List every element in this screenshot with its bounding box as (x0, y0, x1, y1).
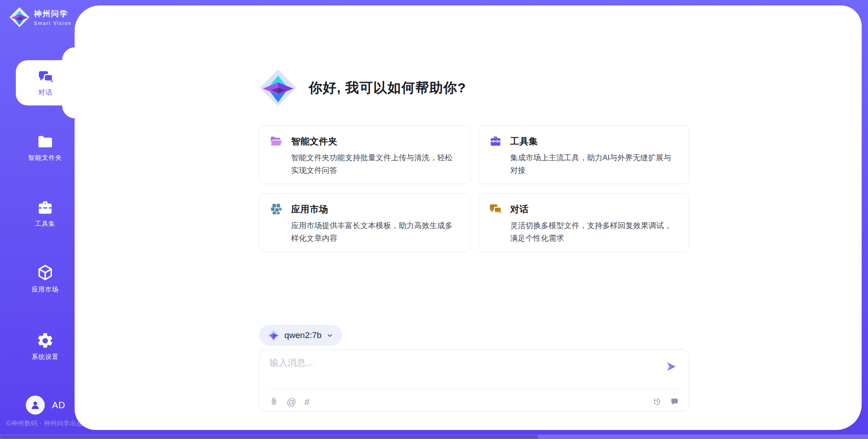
tab-curve-top (61, 47, 75, 60)
composer-divider (269, 389, 680, 389)
greeting-title: 你好, 我可以如何帮助你? (309, 79, 466, 97)
sidebar-item-label: 智能文件夹 (28, 154, 62, 162)
diamond-gem-icon (268, 329, 279, 341)
cube-icon (36, 263, 55, 282)
sidebar-item-smart-folder[interactable]: 智能文件夹 (16, 133, 75, 162)
brand-logo: 神州问学 Smart Vision (9, 7, 71, 28)
card-app-market[interactable]: 应用市场 应用市场提供丰富长文本模板，助力高效生成多样化文章内容 (259, 193, 471, 252)
chat-bubbles-icon (38, 69, 54, 85)
paperclip-icon[interactable] (269, 396, 278, 406)
feature-cards: 智能文件夹 智能文件夹功能支持批量文件上传与清洗，轻松实现文件问答 工具集 集成… (259, 125, 689, 252)
chat-bubbles-icon (489, 202, 502, 216)
avatar (26, 396, 45, 415)
composer-toolbar: @ # (269, 393, 679, 410)
card-description: 灵活切换多模型文件，支持多样回复效果调试，满足个性化需求 (510, 220, 679, 245)
brand-name-cn: 神州问学 (34, 9, 71, 19)
sidebar-item-settings[interactable]: 系统设置 (16, 332, 75, 361)
diamond-gem-icon (259, 69, 297, 107)
model-name: qwen2:7b (284, 330, 321, 340)
grid-icon (269, 202, 283, 216)
user-name: AD (52, 400, 66, 410)
briefcase-icon (36, 199, 54, 217)
main-content: 你好, 我可以如何帮助你? 智能文件夹 智能文件夹功能支持批量文件上传与清洗，轻… (259, 5, 689, 412)
sidebar: 神州问学 Smart Vision 对话 智能文件夹 工具集 (0, 0, 75, 439)
tab-curve-bottom (61, 105, 75, 119)
card-title: 应用市场 (291, 203, 328, 215)
card-title: 智能文件夹 (291, 135, 338, 148)
card-description: 应用市场提供丰富长文本模板，助力高效生成多样化文章内容 (291, 220, 459, 245)
send-arrow-icon[interactable] (665, 361, 677, 372)
horizontal-scrollbar[interactable] (0, 434, 868, 439)
card-description: 集成市场上主流工具，助力AI与外界无缝扩展与对接 (510, 152, 679, 177)
open-folder-icon (269, 134, 283, 148)
card-chat[interactable]: 对话 灵活切换多模型文件，支持多样回复效果调试，满足个性化需求 (478, 193, 690, 252)
person-icon (29, 399, 41, 411)
history-icon[interactable] (652, 397, 662, 406)
user-profile[interactable]: AD (26, 396, 66, 415)
hash-icon[interactable]: # (304, 397, 310, 406)
sidebar-item-label: 应用市场 (32, 286, 59, 294)
sidebar-item-toolset[interactable]: 工具集 (16, 199, 75, 228)
at-icon[interactable]: @ (287, 397, 296, 406)
copyright: ©神州数码 · 神州问学出品 (6, 420, 83, 428)
card-smart-folder[interactable]: 智能文件夹 智能文件夹功能支持批量文件上传与清洗，轻松实现文件问答 (259, 125, 471, 184)
sidebar-item-label: 系统设置 (32, 353, 59, 361)
card-title: 工具集 (510, 135, 538, 148)
message-input[interactable] (269, 357, 656, 385)
comment-icon[interactable] (670, 397, 679, 406)
card-toolset[interactable]: 工具集 集成市场上主流工具，助力AI与外界无缝扩展与对接 (478, 125, 690, 184)
sidebar-item-label: 对话 (38, 88, 53, 97)
chevron-down-icon (326, 332, 333, 339)
card-description: 智能文件夹功能支持批量文件上传与清洗，轻松实现文件问答 (291, 152, 459, 177)
greeting: 你好, 我可以如何帮助你? (259, 69, 689, 107)
gear-icon (36, 332, 54, 350)
message-composer: @ # (259, 349, 689, 412)
sidebar-item-app-market[interactable]: 应用市场 (16, 263, 75, 294)
scrollbar-thumb[interactable] (0, 435, 538, 439)
brand-name-en: Smart Vision (34, 20, 71, 26)
sidebar-item-chat[interactable]: 对话 (16, 60, 75, 105)
sidebar-item-label: 工具集 (35, 220, 56, 228)
briefcase-icon (489, 134, 502, 148)
main-panel: 你好, 我可以如何帮助你? 智能文件夹 智能文件夹功能支持批量文件上传与清洗，轻… (75, 5, 862, 430)
folder-icon (36, 133, 54, 151)
model-selector[interactable]: qwen2:7b (259, 325, 342, 346)
diamond-gem-icon (9, 7, 30, 28)
card-title: 对话 (510, 203, 529, 215)
